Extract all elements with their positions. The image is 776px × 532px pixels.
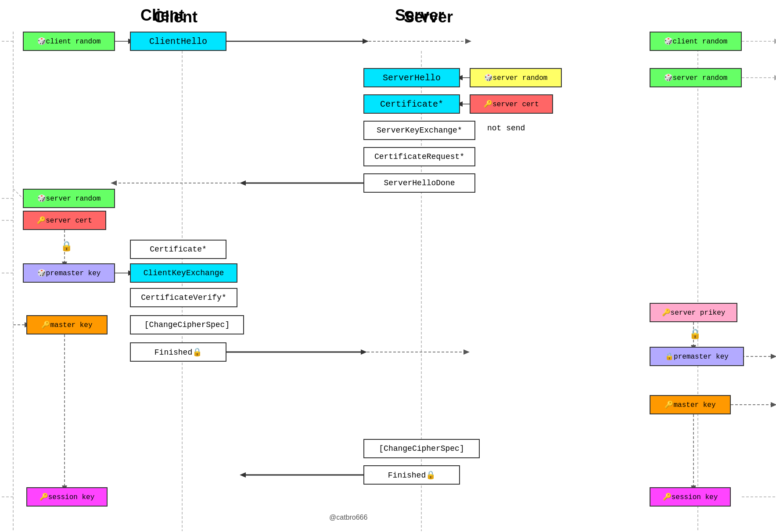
server-hello-done-box: ServerHelloDone <box>363 173 475 193</box>
svg-marker-7 <box>465 39 471 44</box>
certificate-verify-box: CertificateVerify* <box>130 288 237 307</box>
certificate-client-box: Certificate* <box>130 240 226 259</box>
change-cipher-spec-client-box: [ChangeCipherSpec] <box>130 315 244 334</box>
server-random-right2: 🎲server random <box>650 68 742 87</box>
server-prikey-box: 🔑server prikey <box>650 303 737 322</box>
certificate-request-box: CertificateRequest* <box>363 147 475 166</box>
client-key-exchange-box: ClientKeyExchange <box>130 263 237 283</box>
server-cert-left: 🔑server cert <box>23 211 106 230</box>
svg-marker-34 <box>771 402 776 407</box>
svg-text:🔒: 🔒 <box>61 240 73 252</box>
server-cert-right: 🔑server cert <box>470 94 553 114</box>
svg-text:🔒: 🔒 <box>689 328 701 340</box>
premaster-key-left: 🎲premaster key <box>23 263 115 283</box>
client-hello-box: ClientHello <box>130 32 226 51</box>
svg-marker-15 <box>240 180 246 186</box>
server-heading-text: Server <box>395 6 444 25</box>
svg-marker-40 <box>774 39 776 44</box>
master-key-left: 🔑master key <box>26 315 108 334</box>
svg-line-18 <box>13 189 23 198</box>
session-key-left: 🔑session key <box>26 487 108 507</box>
premaster-key-right: 🔒premaster key <box>650 347 744 366</box>
client-random-right: 🎲client random <box>650 32 742 51</box>
svg-marker-42 <box>774 75 776 80</box>
not-send-label: not send <box>487 124 525 133</box>
server-random-left: 🎲server random <box>23 189 115 208</box>
svg-marker-38 <box>240 472 246 478</box>
svg-marker-5 <box>363 39 369 44</box>
svg-marker-17 <box>111 180 117 186</box>
watermark: @catbro666 <box>329 514 367 521</box>
diagram: Client Server <box>0 0 776 532</box>
svg-marker-28 <box>463 349 470 355</box>
finished-client-box: Finished🔒 <box>130 342 226 362</box>
finished-server-box: Finished🔒 <box>363 465 460 485</box>
server-random-right: 🎲server random <box>470 68 562 87</box>
certificate-server-box: Certificate* <box>363 94 460 114</box>
svg-marker-26 <box>361 349 367 355</box>
client-random-left: 🎲client random <box>23 32 115 51</box>
svg-marker-32 <box>771 354 776 359</box>
client-heading-text: Client <box>140 6 184 25</box>
master-key-right: 🔑master key <box>650 395 731 414</box>
change-cipher-spec-server-box: [ChangeCipherSpec] <box>363 439 480 458</box>
server-hello-box: ServerHello <box>363 68 460 87</box>
server-key-exchange-box: ServerKeyExchange* <box>363 121 475 140</box>
session-key-right: 🔑session key <box>650 487 731 507</box>
